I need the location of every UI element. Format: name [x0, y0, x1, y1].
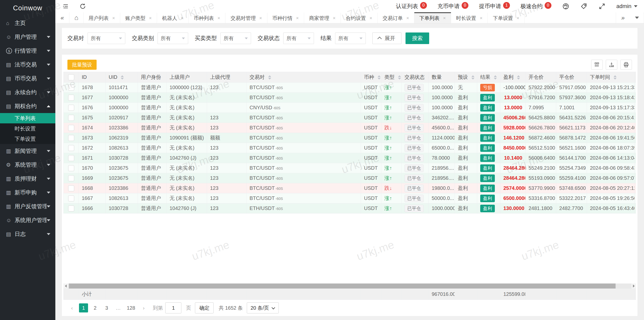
table-header-cell[interactable]: 用户身份 — [138, 72, 167, 83]
sidebar-item[interactable]: 时长设置 — [0, 123, 55, 134]
sidebar-item[interactable]: 新闻管理 — [0, 144, 55, 158]
tab[interactable]: 币种列表 — [189, 12, 225, 23]
table-row[interactable]: 1668 1023386 普通用户 无 (未实名) 123 BTC/USDT-6… — [64, 183, 636, 193]
table-header-cell[interactable]: 操 — [635, 72, 636, 83]
sidebar-item[interactable]: 系统管理 — [0, 158, 55, 172]
table-header-cell[interactable]: 币种 — [361, 72, 381, 83]
expand-button[interactable]: 展开 — [372, 32, 401, 44]
sidebar-item[interactable]: 行情管理 — [0, 44, 55, 58]
row-checkbox[interactable] — [68, 155, 74, 161]
close-icon[interactable] — [149, 15, 152, 21]
sidebar-item[interactable]: 质押理财 — [0, 172, 55, 186]
sidebar-item[interactable]: 新币申购 — [0, 186, 55, 199]
close-icon[interactable] — [516, 15, 519, 21]
page-button[interactable]: 3 — [102, 303, 111, 312]
table-row[interactable]: 1673 1062319 普通用户 1090091 (额额) 额额 BTC/US… — [64, 133, 636, 143]
sidebar-item[interactable]: 用户管理 — [0, 30, 55, 44]
row-checkbox[interactable] — [68, 105, 74, 111]
tab[interactable]: 时长设置 — [451, 12, 488, 23]
tab[interactable]: 下单设置 — [488, 12, 525, 23]
table-header-cell[interactable]: ID — [79, 72, 106, 83]
table-header-cell[interactable]: 结果 — [477, 72, 500, 83]
table-row[interactable]: 1666 1030728 普通用户 1042760 (J) 123 ETH/US… — [64, 203, 636, 214]
header-shortcut[interactable]: 认证列表 0 — [396, 3, 427, 10]
tab[interactable]: 交易对管理 — [225, 12, 267, 23]
header-shortcut[interactable]: 充币申请 0 — [437, 3, 468, 10]
table-header-cell[interactable]: 平仓价 — [556, 72, 587, 83]
table-header-cell[interactable]: 上级代理 — [207, 72, 247, 83]
sort-caret-icon[interactable] — [378, 75, 381, 80]
row-checkbox[interactable] — [68, 125, 74, 131]
theme-icon[interactable] — [562, 3, 570, 10]
filter-select[interactable]: 所有 — [157, 32, 188, 44]
sidebar-item[interactable]: 期权合约 — [0, 99, 55, 113]
scrollbar-thumb[interactable] — [69, 283, 616, 289]
table-row[interactable]: 1675 1020917 普通用户 无 (未实名) 123 BTC/USDT-6… — [64, 113, 636, 123]
row-checkbox[interactable] — [68, 185, 74, 191]
search-button[interactable]: 搜索 — [406, 32, 429, 44]
tabs-scroll-right-button[interactable] — [616, 12, 630, 23]
table-header-cell[interactable]: 交易状态 — [401, 72, 429, 83]
collapse-menu-icon[interactable] — [62, 3, 72, 10]
sidebar-item[interactable]: 币币交易 — [0, 72, 55, 85]
close-icon[interactable] — [259, 15, 262, 21]
tab[interactable]: 交易订单 — [378, 12, 414, 23]
table-row[interactable]: 1670 1023675 普通用户 无 (未实名) 123 BTC/USDT-6… — [64, 163, 636, 173]
table-row[interactable]: 1672 1082613 普通用户 无 (未实名) 123 BTC/USDT-6… — [64, 143, 636, 153]
table-row[interactable]: 1677 1000000 普通用户 无 (未实名) BTC/USDT-60S U… — [64, 93, 636, 103]
select-all-checkbox[interactable] — [68, 74, 74, 80]
tab[interactable]: 合约设置 — [341, 12, 378, 23]
sidebar-item[interactable]: 法币交易 — [0, 58, 55, 72]
fullscreen-icon[interactable] — [598, 3, 606, 10]
sort-caret-icon[interactable] — [471, 75, 474, 80]
sort-caret-icon[interactable] — [494, 75, 497, 80]
sidebar-item[interactable]: 用户反馈管理 — [0, 199, 55, 213]
table-header-cell[interactable]: 盈利 — [500, 72, 526, 83]
tabs-home-button[interactable] — [69, 12, 84, 23]
header-shortcut[interactable]: 提币申请 1 — [479, 3, 510, 10]
filter-select[interactable]: 所有 — [220, 32, 251, 44]
close-icon[interactable] — [406, 15, 409, 21]
row-checkbox[interactable] — [68, 115, 74, 121]
user-menu[interactable]: admin — [616, 3, 637, 10]
page-button[interactable]: … — [114, 303, 123, 312]
close-icon[interactable] — [181, 15, 183, 21]
tab[interactable]: 用户列表 — [84, 12, 120, 23]
filter-select[interactable]: 所有 — [335, 32, 366, 44]
close-icon[interactable] — [217, 15, 220, 21]
close-icon[interactable] — [480, 15, 482, 21]
page-button[interactable]: ‹ — [67, 303, 76, 312]
tab[interactable]: 下单列表 — [414, 12, 451, 23]
tabs-scroll-left-button[interactable] — [55, 12, 69, 23]
scroll-right-arrow-icon[interactable] — [631, 283, 636, 289]
print-icon[interactable] — [620, 60, 632, 70]
columns-icon[interactable] — [591, 60, 603, 70]
sort-caret-icon[interactable] — [121, 75, 124, 80]
sidebar-item[interactable]: 下单设置 — [0, 134, 55, 144]
close-icon[interactable] — [443, 15, 446, 21]
filter-select[interactable]: 所有 — [283, 32, 314, 44]
sort-caret-icon[interactable] — [268, 75, 271, 80]
table-header-cell[interactable]: 预设 — [455, 72, 477, 83]
row-checkbox[interactable] — [68, 175, 74, 181]
table-row[interactable]: 1678 1011471 普通用户 1000000 (123) 123 BTC/… — [64, 83, 636, 93]
table-header-cell[interactable] — [64, 72, 79, 83]
close-icon[interactable] — [296, 15, 299, 21]
row-checkbox[interactable] — [68, 135, 74, 141]
close-icon[interactable] — [370, 15, 372, 21]
table-header-cell[interactable]: UID — [106, 72, 138, 83]
close-icon[interactable] — [112, 15, 115, 21]
row-checkbox[interactable] — [68, 85, 74, 91]
tabs-menu-button[interactable] — [630, 12, 644, 23]
table-header-cell[interactable]: 类型 — [381, 72, 401, 83]
table-row[interactable]: 1676 1000000 普通用户 无 (未实名) CNY/USD-60S US… — [64, 103, 636, 113]
row-checkbox[interactable] — [68, 195, 74, 201]
table-row[interactable]: 1669 1023675 普通用户 无 (未实名) 123 BTC/USDT-6… — [64, 173, 636, 183]
page-button[interactable]: 1 — [79, 303, 88, 312]
table-header-cell[interactable]: 下单时间 — [587, 72, 635, 83]
horizontal-scrollbar[interactable] — [63, 283, 636, 289]
tab[interactable]: 账户类型 — [120, 12, 157, 23]
table-header-cell[interactable]: 开仓价 — [526, 72, 556, 83]
sort-caret-icon[interactable] — [398, 75, 401, 80]
row-checkbox[interactable] — [68, 205, 74, 211]
